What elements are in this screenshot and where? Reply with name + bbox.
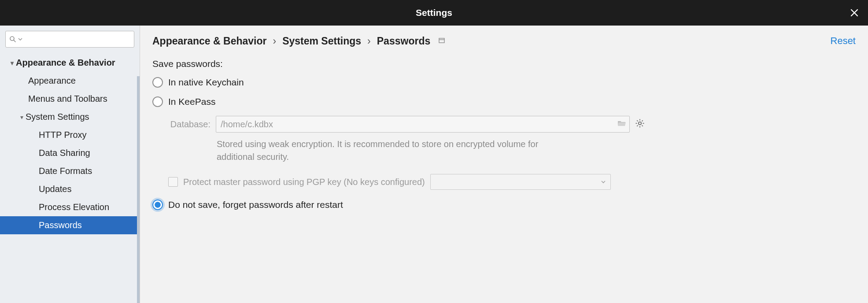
search-icon [9, 36, 16, 43]
breadcrumb-item[interactable]: System Settings [282, 35, 361, 47]
close-icon[interactable] [847, 5, 862, 20]
svg-point-4 [639, 122, 641, 124]
window-title: Settings [416, 7, 452, 18]
gear-icon[interactable] [635, 118, 645, 130]
tree-item-appearance[interactable]: Appearance [0, 72, 140, 90]
tree-label: Passwords [39, 220, 82, 230]
scrollbar[interactable] [137, 76, 140, 303]
svg-rect-2 [439, 38, 444, 43]
settings-tree: ▾ Appearance & Behavior Appearance Menus… [0, 53, 140, 234]
radio-do-not-save[interactable]: Do not save, forget passwords after rest… [152, 200, 856, 210]
svg-line-1 [14, 40, 15, 42]
encryption-hint: Stored using weak encryption. It is reco… [217, 138, 551, 163]
tree-label: System Settings [26, 112, 89, 122]
database-label: Database: [168, 119, 211, 129]
tree-item-passwords[interactable]: Passwords [0, 216, 140, 234]
svg-line-10 [642, 125, 643, 126]
protect-pgp-checkbox [168, 177, 178, 187]
tree-label: Updates [39, 184, 72, 194]
tree-label: HTTP Proxy [39, 130, 87, 140]
radio-native-keychain[interactable]: In native Keychain [152, 77, 856, 88]
radio-icon[interactable] [152, 96, 163, 107]
chevron-down-icon: ▾ [18, 114, 26, 121]
tree-item-date-formats[interactable]: Date Formats [0, 162, 140, 180]
tree-label: Process Elevation [39, 202, 109, 212]
chevron-right-icon: › [367, 35, 371, 47]
tree-label: Date Formats [39, 166, 92, 176]
chevron-down-icon [601, 179, 606, 185]
tree-label: Appearance & Behavior [16, 58, 115, 68]
settings-sidebar: ▾ Appearance & Behavior Appearance Menus… [0, 26, 140, 303]
tree-item-menus-toolbars[interactable]: Menus and Toolbars [0, 90, 140, 108]
radio-icon[interactable] [152, 200, 163, 210]
breadcrumb-item: Passwords [377, 35, 430, 47]
tree-item-http-proxy[interactable]: HTTP Proxy [0, 126, 140, 144]
chevron-down-icon[interactable] [18, 37, 22, 41]
chevron-right-icon: › [273, 35, 276, 47]
database-path-input [216, 116, 630, 133]
search-field[interactable] [24, 35, 130, 44]
breadcrumb-item[interactable]: Appearance & Behavior [152, 35, 266, 47]
breadcrumb: Appearance & Behavior › System Settings … [152, 35, 856, 47]
reset-button[interactable]: Reset [831, 35, 856, 47]
radio-label: In KeePass [168, 96, 215, 107]
search-input[interactable] [5, 31, 134, 48]
section-label: Save passwords: [152, 59, 856, 69]
svg-line-11 [637, 125, 638, 126]
tree-item-system-settings[interactable]: ▾ System Settings [0, 108, 140, 126]
svg-line-12 [642, 120, 643, 121]
svg-line-9 [637, 120, 638, 121]
tree-item-appearance-behavior[interactable]: ▾ Appearance & Behavior [0, 54, 140, 72]
tree-label: Data Sharing [39, 148, 90, 158]
radio-keepass[interactable]: In KeePass [152, 96, 856, 107]
tree-label: Appearance [28, 76, 76, 86]
tree-item-process-elevation[interactable]: Process Elevation [0, 198, 140, 216]
radio-icon[interactable] [152, 77, 163, 88]
settings-main-panel: Appearance & Behavior › System Settings … [140, 26, 868, 303]
chevron-down-icon: ▾ [8, 59, 16, 67]
tree-item-updates[interactable]: Updates [0, 180, 140, 198]
tree-label: Menus and Toolbars [28, 94, 107, 104]
protect-pgp-label: Protect master password using PGP key (N… [183, 177, 425, 187]
tree-item-data-sharing[interactable]: Data Sharing [0, 144, 140, 162]
window-icon[interactable] [438, 37, 445, 46]
folder-open-icon [617, 119, 626, 129]
radio-label: Do not save, forget passwords after rest… [168, 200, 343, 210]
pgp-key-dropdown [430, 174, 611, 190]
titlebar: Settings [0, 0, 868, 26]
radio-label: In native Keychain [168, 77, 244, 88]
